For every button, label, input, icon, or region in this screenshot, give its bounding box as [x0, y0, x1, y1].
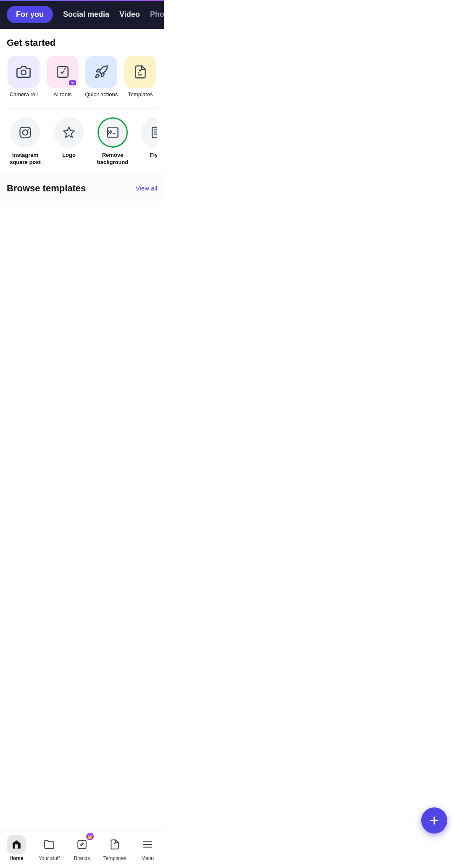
logo-circle	[54, 117, 84, 148]
gs-quick-actions[interactable]: Quick actions	[84, 56, 119, 98]
camera-roll-label: Camera roll	[10, 91, 38, 98]
svg-rect-2	[20, 127, 31, 138]
get-started-grid: Camera roll AI AI tools	[7, 56, 157, 98]
svg-point-0	[21, 70, 26, 75]
svg-text:B: B	[80, 842, 83, 846]
menu-label: Menu	[141, 855, 154, 861]
ai-badge: AI	[69, 80, 76, 85]
brands-icon-wrap: 👑 B	[73, 835, 91, 854]
bn-templates[interactable]: Templates	[98, 835, 131, 861]
qa-flyer[interactable]: Flyer	[138, 117, 157, 166]
browse-templates-section: Browse templates View all	[0, 175, 164, 201]
ai-tools-icon-wrap: AI	[47, 56, 79, 88]
quick-actions-row: Instagram square post Logo Remove bac	[7, 117, 157, 173]
qa-instagram[interactable]: Instagram square post	[7, 117, 44, 166]
main-content: Get started Camera roll AI	[0, 29, 164, 173]
ai-tools-icon	[55, 65, 70, 79]
quick-actions-label: Quick actions	[85, 91, 118, 98]
menu-icon-wrap	[138, 835, 157, 854]
instagram-label: Instagram square post	[7, 152, 44, 166]
templates-bn-icon-wrap	[106, 835, 124, 854]
nav-photo[interactable]: Photo	[150, 10, 164, 19]
camera-icon	[16, 65, 31, 79]
nav-video[interactable]: Video	[119, 10, 140, 19]
templates-icon-wrap	[124, 56, 156, 88]
logo-icon	[63, 126, 75, 139]
menu-icon	[142, 839, 153, 850]
get-started-title: Get started	[7, 37, 157, 48]
gs-templates[interactable]: Templates	[124, 56, 158, 98]
svg-marker-5	[64, 127, 74, 137]
qa-remove-background[interactable]: Remove background	[94, 117, 131, 166]
gs-camera-roll[interactable]: Camera roll	[7, 56, 41, 98]
flyer-circle	[141, 117, 157, 148]
bn-home[interactable]: Home	[0, 835, 33, 861]
gs-ai-tools[interactable]: AI AI tools	[46, 56, 80, 98]
home-icon-wrap	[7, 835, 26, 854]
templates-label: Templates	[128, 91, 153, 98]
flyer-icon	[150, 126, 157, 139]
your-stuff-label: Your stuff	[39, 855, 60, 861]
flyer-label: Flyer	[150, 152, 157, 159]
instagram-circle	[10, 117, 40, 148]
rocket-icon	[94, 65, 108, 79]
home-label: Home	[9, 855, 23, 861]
bottom-nav: Home Your stuff 👑 B Brands	[0, 831, 164, 868]
nav-for-you[interactable]: For you	[7, 6, 53, 23]
svg-rect-7	[152, 127, 157, 138]
bn-your-stuff[interactable]: Your stuff	[33, 835, 66, 861]
brands-label: Brands	[74, 855, 90, 861]
remove-bg-circle	[98, 117, 128, 148]
nav-social-media[interactable]: Social media	[63, 10, 109, 19]
browse-templates-header: Browse templates View all	[7, 183, 157, 194]
camera-roll-icon-wrap	[8, 56, 40, 88]
templates-bn-icon	[109, 839, 120, 850]
qa-logo[interactable]: Logo	[50, 117, 87, 166]
templates-icon	[133, 65, 148, 79]
instagram-icon	[19, 126, 32, 139]
top-nav: For you Social media Video Photo	[0, 0, 164, 29]
brands-icon: B	[77, 839, 87, 850]
remove-bg-icon	[106, 126, 119, 139]
bn-brands[interactable]: 👑 B Brands	[66, 835, 98, 861]
home-icon	[11, 839, 22, 850]
browse-templates-title: Browse templates	[7, 183, 86, 194]
svg-point-3	[23, 130, 28, 135]
logo-label: Logo	[62, 152, 76, 159]
ai-tools-label: AI tools	[53, 91, 71, 98]
svg-point-4	[28, 129, 29, 130]
bn-menu[interactable]: Menu	[131, 835, 164, 861]
folder-icon	[44, 839, 55, 850]
crown-badge: 👑	[86, 833, 94, 840]
view-all-button[interactable]: View all	[136, 185, 157, 192]
remove-bg-label: Remove background	[94, 152, 131, 166]
your-stuff-icon-wrap	[40, 835, 58, 854]
section-divider	[7, 108, 157, 109]
templates-bn-label: Templates	[103, 855, 127, 861]
quick-actions-icon-wrap	[85, 56, 117, 88]
